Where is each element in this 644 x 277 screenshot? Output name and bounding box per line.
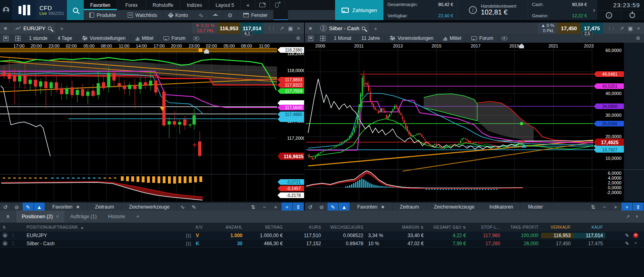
zahlungen-button[interactable]: Zahlungen [335, 0, 383, 20]
positions-tab-positionen-2-[interactable]: Positionen (2)× [16, 211, 64, 223]
bottom-favoriten[interactable]: Favoriten ★ [45, 203, 88, 211]
cell-buy[interactable]: 117,014 [573, 233, 605, 238]
col-kv[interactable]: K/V [193, 225, 213, 229]
chart-canvas[interactable]: 2009201120132015201720192021202360,00004… [305, 43, 644, 201]
chart-canvas[interactable]: 17:0020:0023:0002:0005:0008:0011:0014:00… [0, 43, 304, 201]
fit-vertical-icon[interactable]: ⇕ [633, 203, 644, 211]
expand-row-icon[interactable]: + [2, 233, 8, 238]
platform-info-button[interactable]: i [597, 10, 621, 20]
add-layout-button[interactable]: + [241, 0, 255, 10]
bottom-zeitraum[interactable]: Zeitraum [393, 203, 427, 211]
timeframe-selector[interactable]: 1 stunde [24, 34, 53, 43]
sell-price-button[interactable]: 116,953 [217, 23, 240, 34]
close-position-icon[interactable]: ✕ [633, 241, 638, 246]
presets-button[interactable]: Voreinstellungen [385, 34, 439, 43]
pen-line-icon[interactable]: ✎ [188, 203, 200, 211]
bottom-zeichenwerkzeuge[interactable]: Zeichenwerkzeuge [122, 203, 177, 211]
popout-chart-icon[interactable]: ▣ [626, 25, 634, 31]
positions-tab-historie[interactable]: Historie [102, 211, 130, 223]
chart-export-icon[interactable]: ⇅ [248, 203, 259, 211]
mittel-button[interactable]: Mittel [439, 34, 466, 43]
visibility-button[interactable] [191, 34, 203, 43]
crosshair-icon[interactable]: + [282, 203, 293, 211]
position-row-eur-jpy[interactable]: +⋮EUR/JPY[1]V1.0001.000,00 €117,5100.008… [0, 232, 644, 240]
zoom-in-icon[interactable]: + [610, 203, 621, 211]
tab-rohstoffe[interactable]: Rohstoffe [146, 0, 180, 10]
col-margin[interactable]: MARGIN ⇅ [392, 225, 426, 229]
col-name[interactable]: POSITION/AUFTRAGSNR. ▲ [24, 225, 177, 229]
draw-pencil-icon[interactable]: ✎ [23, 203, 34, 211]
clear-drawings-icon[interactable]: ⊘ [316, 203, 327, 211]
row-menu-icon[interactable]: ⋮ [11, 241, 15, 246]
add-chart-tab[interactable]: + [369, 23, 538, 34]
range-selector[interactable]: 11 Jahre [356, 34, 385, 43]
education-tool[interactable] [209, 10, 223, 20]
add-chart-tab[interactable]: + [56, 23, 192, 34]
edit-position-icon[interactable]: ✎ [625, 241, 629, 246]
edit-layout-button[interactable] [255, 0, 270, 10]
close-tab-icon[interactable]: × [56, 214, 59, 219]
expand-chart-icon[interactable]: ↗ [618, 25, 625, 31]
col-tp[interactable]: TAKE-PROFIT [503, 225, 541, 229]
edit-position-icon[interactable]: ✎ [625, 233, 629, 238]
wave-tool-icon[interactable]: ∿ [177, 203, 188, 211]
positions-tab-auftr-ge-1-[interactable]: Aufträge (1) [64, 211, 102, 223]
col-kurs[interactable]: KURS [285, 225, 323, 229]
chart-menu-icon[interactable]: ≡ [305, 23, 316, 34]
col-anzahl[interactable]: ANZAHL [213, 225, 245, 229]
info-icon[interactable]: i [469, 6, 477, 14]
col-stop[interactable]: STOP-L... [468, 225, 503, 229]
chart-list-icon[interactable] [0, 34, 12, 43]
pulse-tool[interactable]: ∿ [194, 10, 209, 20]
col-buy[interactable]: KAUF [573, 225, 605, 229]
cursor-tool-icon[interactable]: ▲ [339, 203, 350, 211]
refresh-icon[interactable]: ↺ [305, 203, 316, 211]
forum-button[interactable]: Forum [466, 34, 499, 43]
mouse-tool-button[interactable] [270, 0, 284, 10]
bottom-favoriten[interactable]: Favoriten ★ [350, 203, 393, 211]
cell-sell[interactable]: 116,953 [541, 233, 573, 238]
expand-panel-icon[interactable]: ↗ [626, 214, 630, 219]
tab-indizes[interactable]: Indizes [180, 0, 209, 10]
close-chart-icon[interactable]: × [635, 25, 642, 31]
menu-fenster[interactable]: Fenster [238, 10, 274, 20]
row-menu-icon[interactable]: ⋮ [11, 233, 15, 238]
stats-expand-chevron[interactable]: › [591, 0, 597, 20]
symbol-selector[interactable]: 2Silber - Cash [316, 23, 369, 34]
cell-sell[interactable]: 17,450 [541, 241, 573, 246]
bottom-muster[interactable]: Muster [521, 203, 551, 211]
hamburger-icon[interactable]: ≡ [0, 211, 16, 223]
zoom-out-icon[interactable]: − [599, 203, 610, 211]
col-sell[interactable]: VERKAUF [541, 225, 573, 229]
bottom-zeichenwerkzeuge[interactable]: Zeichenwerkzeuge [427, 203, 482, 211]
chart-export-icon[interactable]: ⇅ [588, 203, 599, 211]
cell-buy[interactable]: 17,475 [573, 241, 605, 246]
chart-menu-icon[interactable]: ≡ [0, 23, 11, 34]
chart-grid-icon[interactable] [317, 34, 329, 43]
close-chart-icon[interactable]: × [295, 25, 302, 31]
mittel-button[interactable]: Mittel [131, 34, 159, 43]
grip-icon[interactable]: ⋮⋮ [266, 26, 277, 31]
clear-drawings-icon[interactable]: ⊘ [11, 203, 23, 211]
expand-row-icon[interactable]: + [2, 241, 8, 246]
expand-chart-icon[interactable]: ↗ [278, 25, 286, 31]
sort-rows-icon[interactable]: ⇅ [2, 225, 6, 229]
presets-button[interactable]: Voreinstellungen [77, 34, 131, 43]
range-selector[interactable]: 4 Tage [53, 34, 77, 43]
tab-layout-5[interactable]: Layout 5 [209, 0, 241, 10]
grip-icon[interactable]: ⋮⋮ [606, 26, 617, 31]
col-betrag[interactable]: BETRAG [245, 225, 285, 229]
account-button[interactable] [0, 0, 12, 20]
zoom-in-icon[interactable]: + [270, 203, 282, 211]
zoom-out-icon[interactable]: − [259, 203, 270, 211]
tab-favoriten[interactable]: Favoriten [84, 0, 117, 10]
position-row-silber-cash[interactable]: +⋮Silber - Cash[1]K30466,30 €17,1520.894… [0, 240, 644, 248]
menu-produkte[interactable]: Produkte [84, 10, 122, 20]
bottom-indikatoren[interactable]: Indikatoren [482, 203, 521, 211]
add-tab-button[interactable]: + [131, 211, 145, 223]
cursor-tool-icon[interactable]: ▲ [34, 203, 45, 211]
logout-button[interactable] [621, 10, 644, 20]
symbol-selector[interactable]: EUR/JPY [11, 23, 56, 34]
fit-vertical-icon[interactable]: ⇕ [293, 203, 304, 211]
tab-forex[interactable]: Forex [117, 0, 146, 10]
